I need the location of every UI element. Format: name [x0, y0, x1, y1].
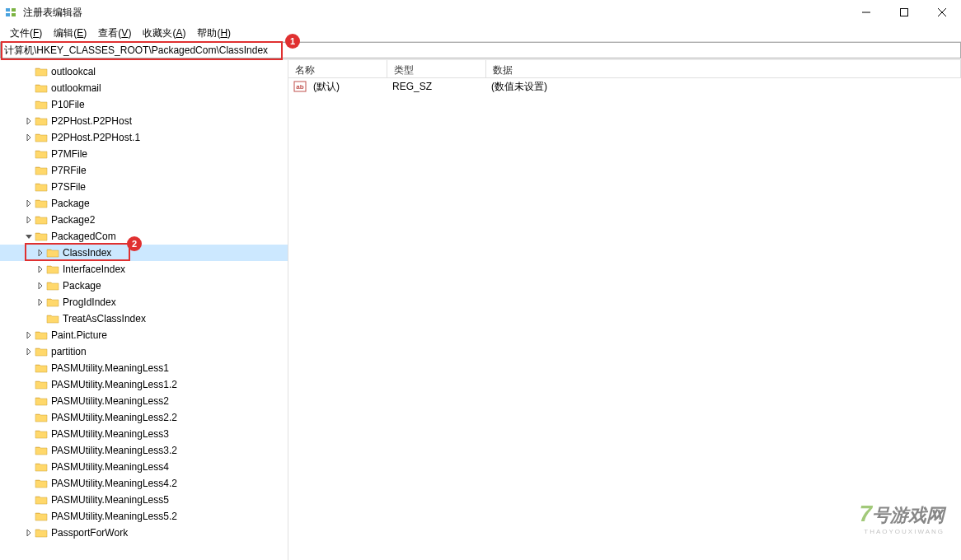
chevron-right-icon[interactable]	[23, 529, 35, 538]
tree-item-label: P7SFile	[51, 181, 86, 193]
tree-item-label: P7RFile	[51, 165, 87, 176]
tree-item[interactable]: >PASMUtility.MeaningLess5	[0, 492, 288, 508]
tree-item-label: PASMUtility.MeaningLess4.2	[51, 478, 177, 489]
menubar: 文件(F)编辑(E)查看(V)收藏夹(A)帮助(H)	[0, 25, 961, 41]
chevron-right-icon[interactable]	[35, 265, 46, 274]
tree-item-label: Paint.Picture	[51, 329, 107, 341]
tree-pane[interactable]: >outlookcal>outlookmail>P10FileP2PHost.P…	[0, 60, 288, 560]
annotation-callout-1: 1	[285, 34, 300, 49]
tree-item[interactable]: PackagedCom	[0, 228, 288, 245]
tree-item[interactable]: >PASMUtility.MeaningLess3.2	[0, 442, 288, 459]
chevron-right-icon[interactable]	[23, 117, 35, 126]
addressbar-row: 计算机\HKEY_CLASSES_ROOT\PackagedCom\ClassI…	[0, 41, 961, 59]
tree-item[interactable]: >PASMUtility.MeaningLess1	[0, 360, 288, 376]
tree-item[interactable]: >PASMUtility.MeaningLess3	[0, 426, 288, 442]
folder-icon	[35, 231, 48, 242]
tree-item[interactable]: >PASMUtility.MeaningLess1.2	[0, 376, 288, 393]
tree-item[interactable]: >PASMUtility.MeaningLess5.2	[0, 508, 288, 525]
tree-item[interactable]: >PASMUtility.MeaningLess2.2	[0, 409, 288, 426]
tree-item[interactable]: ClassIndex	[0, 245, 288, 261]
chevron-right-icon[interactable]	[23, 133, 35, 142]
chevron-right-icon[interactable]	[35, 282, 46, 291]
tree-item-label: PASMUtility.MeaningLess4	[51, 461, 169, 473]
chevron-right-icon[interactable]	[23, 216, 35, 225]
menu-a[interactable]: 收藏夹(A)	[138, 25, 190, 42]
titlebar: 注册表编辑器	[0, 0, 961, 25]
column-data[interactable]: 数据	[486, 60, 961, 77]
tree-item[interactable]: PassportForWork	[0, 525, 288, 541]
value-type: REG_SZ	[386, 81, 485, 92]
menu-v[interactable]: 查看(V)	[93, 25, 136, 42]
chevron-right-icon[interactable]	[35, 249, 46, 258]
watermark-logo: 7	[859, 501, 872, 526]
folder-icon	[35, 66, 48, 77]
tree-item-label: P7MFile	[51, 148, 87, 160]
tree-item-label: PackagedCom	[51, 231, 116, 242]
folder-icon	[35, 214, 48, 226]
tree-item[interactable]: >P7RFile	[0, 162, 288, 179]
folder-icon	[35, 165, 48, 176]
close-button[interactable]	[923, 0, 961, 25]
folder-icon	[35, 379, 48, 390]
tree-item[interactable]: Package2	[0, 212, 288, 228]
tree-item[interactable]: Package	[0, 278, 288, 294]
tree-item-label: ClassIndex	[63, 247, 111, 259]
folder-icon	[35, 527, 48, 539]
chevron-down-icon[interactable]	[23, 232, 35, 241]
tree-item[interactable]: P2PHost.P2PHost.1	[0, 129, 288, 146]
minimize-button[interactable]	[847, 0, 885, 25]
chevron-right-icon[interactable]	[35, 298, 46, 307]
tree-item[interactable]: >outlookmail	[0, 80, 288, 96]
tree-item[interactable]: >P7MFile	[0, 146, 288, 162]
tree-item[interactable]: P2PHost.P2PHost	[0, 113, 288, 129]
tree-item[interactable]: partition	[0, 343, 288, 360]
folder-icon	[35, 412, 48, 423]
tree-item[interactable]: >PASMUtility.MeaningLess2	[0, 393, 288, 409]
tree-item[interactable]: >outlookcal	[0, 63, 288, 80]
column-type[interactable]: 类型	[387, 60, 486, 77]
folder-icon	[35, 82, 48, 94]
tree-item-label: PASMUtility.MeaningLess3	[51, 428, 169, 440]
chevron-right-icon[interactable]	[23, 199, 35, 208]
tree-item[interactable]: >PASMUtility.MeaningLess4.2	[0, 475, 288, 492]
tree-item-label: P10File	[51, 99, 85, 110]
tree-item[interactable]: >TreatAsClassIndex	[0, 310, 288, 327]
chevron-right-icon[interactable]	[23, 331, 35, 340]
window-title: 注册表编辑器	[23, 6, 82, 20]
watermark-sub: THAOYOUXIWANG	[859, 528, 945, 535]
svg-rect-3	[12, 13, 16, 16]
content-area: >outlookcal>outlookmail>P10FileP2PHost.P…	[0, 59, 961, 560]
tree-item-label: outlookcal	[51, 66, 96, 77]
chevron-right-icon[interactable]	[23, 348, 35, 357]
tree-item[interactable]: Package	[0, 195, 288, 212]
tree-item[interactable]: >PASMUtility.MeaningLess4	[0, 459, 288, 475]
folder-icon	[35, 428, 48, 440]
tree-item[interactable]: >P7SFile	[0, 179, 288, 195]
tree-item[interactable]: InterfaceIndex	[0, 261, 288, 278]
maximize-button[interactable]	[885, 0, 923, 25]
tree-item-label: P2PHost.P2PHost	[51, 115, 132, 127]
column-name[interactable]: 名称	[288, 60, 387, 77]
address-input[interactable]: 计算机\HKEY_CLASSES_ROOT\PackagedCom\ClassI…	[0, 42, 961, 58]
menu-e[interactable]: 编辑(E)	[49, 25, 91, 42]
menu-h[interactable]: 帮助(H)	[192, 25, 236, 42]
folder-icon	[35, 362, 48, 374]
tree-item[interactable]: Paint.Picture	[0, 327, 288, 343]
tree-item-label: PASMUtility.MeaningLess1.2	[51, 379, 177, 390]
list-header: 名称 类型 数据	[288, 60, 961, 78]
tree-item-label: PASMUtility.MeaningLess2	[51, 395, 169, 407]
folder-icon	[35, 494, 48, 506]
list-row[interactable]: ab(默认)REG_SZ(数值未设置)	[288, 78, 961, 95]
value-name: (默认)	[307, 80, 386, 94]
folder-icon	[35, 445, 48, 456]
tree-item[interactable]: ProgIdIndex	[0, 294, 288, 310]
list-pane[interactable]: 名称 类型 数据 ab(默认)REG_SZ(数值未设置)	[288, 60, 961, 560]
folder-icon	[46, 264, 59, 275]
tree-item[interactable]: >P10File	[0, 96, 288, 113]
folder-icon	[35, 148, 48, 160]
value-data: (数值未设置)	[485, 80, 554, 94]
folder-icon	[46, 247, 59, 259]
folder-icon	[35, 115, 48, 127]
menu-f[interactable]: 文件(F)	[5, 25, 47, 42]
tree-item-label: PassportForWork	[51, 527, 128, 539]
